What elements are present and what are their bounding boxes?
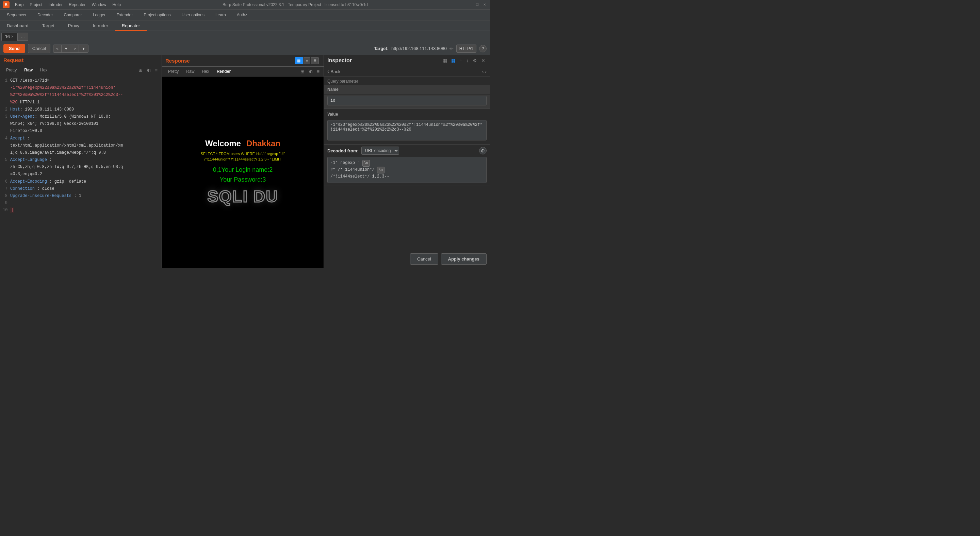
inspector-grid-icon[interactable]: ▦ xyxy=(441,57,449,64)
request-line-4b: text/html,application/xhtml+xml,applicat… xyxy=(3,142,159,149)
request-tab-hex[interactable]: Hex xyxy=(37,67,51,73)
view-grid-button[interactable]: ▦ xyxy=(295,57,303,64)
menu-window[interactable]: Window xyxy=(89,2,109,8)
nav-comparer[interactable]: Comparer xyxy=(58,10,87,20)
inspector-footer: Cancel Apply changes xyxy=(324,250,490,268)
back-label[interactable]: Back xyxy=(331,69,340,74)
response-tab-raw[interactable]: Raw xyxy=(183,68,198,75)
decoded-from-label: Decoded from: xyxy=(327,148,359,153)
newline-badge-2: \n xyxy=(377,167,385,173)
edit-target-icon[interactable]: ✏ xyxy=(450,46,453,51)
maximize-button[interactable]: ☐ xyxy=(474,2,480,8)
nav2-intruder[interactable]: Intruder xyxy=(86,21,115,31)
back-arrow-icon[interactable]: ‹ xyxy=(327,68,329,75)
view-list1-button[interactable]: ≡ xyxy=(304,57,310,64)
nav-bar-1: Sequencer Decoder Comparer Logger Extend… xyxy=(0,10,490,21)
tab-more[interactable]: ... xyxy=(18,33,28,41)
nav-project-options[interactable]: Project options xyxy=(138,10,176,20)
tab-label: 16 xyxy=(5,34,10,39)
nav-sequencer[interactable]: Sequencer xyxy=(2,10,32,20)
response-render-content: Welcome Dhakkan SELECT * FROM users WHER… xyxy=(162,76,324,268)
nav2-proxy[interactable]: Proxy xyxy=(61,21,86,31)
request-title: Request xyxy=(3,57,24,63)
request-newline-icon[interactable]: \n xyxy=(145,67,152,73)
request-tab-pretty[interactable]: Pretty xyxy=(3,67,20,73)
request-panel: Request Pretty Raw Hex ⊞ \n ≡ 1GET /Less… xyxy=(0,55,162,268)
request-line-5c: =0.3,en;q=0.2 xyxy=(3,171,159,178)
nav-decoder[interactable]: Decoder xyxy=(32,10,58,20)
response-tab-render[interactable]: Render xyxy=(213,68,234,75)
request-line-4: 4Accept : xyxy=(3,135,159,142)
name-input[interactable] xyxy=(327,96,487,105)
request-line-4c: l;q=0.9,image/avif,image/webp,*/*;q=0.8 xyxy=(3,149,159,157)
sql-query-line2: /*!11444union*/ /*!11444select*/ 1,2,3--… xyxy=(200,157,285,162)
request-menu-icon[interactable]: ≡ xyxy=(153,67,159,73)
tab-16[interactable]: 16 ✕ xyxy=(2,33,18,41)
inspector-sort-desc-icon[interactable]: ↓ xyxy=(465,57,470,64)
nav2-dashboard[interactable]: Dashboard xyxy=(0,21,35,31)
cancel-button[interactable]: Cancel xyxy=(28,44,50,53)
nav-prev-button[interactable]: < xyxy=(53,45,61,52)
menu-bar: Burp Project Intruder Repeater Window He… xyxy=(12,2,124,8)
request-line-5: 5Accept-Language : xyxy=(3,157,159,163)
request-line-3: 3User-Agent: Mozilla/5.0 (Windows NT 10.… xyxy=(3,113,159,121)
inspector-settings-icon[interactable]: ⚙ xyxy=(471,57,479,64)
request-line-9: 9 xyxy=(3,200,159,207)
http-version-button[interactable]: HTTP/1 xyxy=(456,44,476,53)
app-title: Burp Suite Professional v2022.3.1 - Temp… xyxy=(124,2,467,7)
nav-next-button[interactable]: > xyxy=(71,45,79,52)
footer-apply-button[interactable]: Apply changes xyxy=(441,254,487,265)
nav-logger[interactable]: Logger xyxy=(88,10,111,20)
nav-next-arrow-button[interactable]: ▼ xyxy=(79,45,88,52)
menu-intruder[interactable]: Intruder xyxy=(46,2,65,8)
menu-project[interactable]: Project xyxy=(27,2,45,8)
menu-burp[interactable]: Burp xyxy=(12,2,26,8)
request-tab-raw[interactable]: Raw xyxy=(21,67,36,73)
request-line-3b: Win64; x64; rv:109.0) Gecko/20100101 xyxy=(3,121,159,128)
tab-bar: 16 ✕ ... xyxy=(0,31,490,42)
minimize-button[interactable]: — xyxy=(467,2,472,8)
value-field-label: Value xyxy=(327,112,487,117)
footer-cancel-button[interactable]: Cancel xyxy=(410,254,438,265)
view-list2-button[interactable]: ≣ xyxy=(311,57,319,64)
request-line-6: 6Accept-Encoding : gzip, deflate xyxy=(3,178,159,186)
tab-close-icon[interactable]: ✕ xyxy=(11,35,14,38)
response-tab-hex[interactable]: Hex xyxy=(198,68,212,75)
login-name: 0,1Your Login name:2 xyxy=(213,165,272,175)
request-line-7: 7Connection : close xyxy=(3,186,159,192)
menu-help[interactable]: Help xyxy=(110,2,124,8)
response-view-toggle: ▦ ≡ ≣ xyxy=(295,57,319,64)
value-textarea[interactable]: -1'%20regexp%20%22%0a%23%22%20%2f*!11444… xyxy=(327,120,487,140)
nav2-target[interactable]: Target xyxy=(35,21,61,31)
add-encoding-button[interactable]: ⊕ xyxy=(479,147,487,154)
nav-extender[interactable]: Extender xyxy=(111,10,138,20)
request-format-icon[interactable]: ⊞ xyxy=(137,67,144,73)
response-panel-header: Response ▦ ≡ ≣ xyxy=(162,55,324,67)
nav-user-options[interactable]: User options xyxy=(176,10,210,20)
password: Your Password:3 xyxy=(213,175,272,185)
response-tab-pretty[interactable]: Pretty xyxy=(165,68,182,75)
nav2-repeater[interactable]: Repeater xyxy=(115,21,147,31)
response-format-icon[interactable]: ⊞ xyxy=(299,68,306,75)
inspector-list-icon[interactable]: ▦ xyxy=(450,57,457,64)
encoding-select[interactable]: URL encoding xyxy=(361,147,399,155)
request-line-10: 10| xyxy=(3,207,159,214)
close-button[interactable]: ✕ xyxy=(482,2,487,8)
nav-authz[interactable]: Authz xyxy=(231,10,253,20)
back-nav: ‹ Back ‹ › xyxy=(324,66,490,77)
nav-learn[interactable]: Learn xyxy=(210,10,231,20)
inspector-close-icon[interactable]: ✕ xyxy=(480,57,487,64)
response-menu-icon[interactable]: ≡ xyxy=(315,68,321,75)
nav-back-icon[interactable]: ‹ xyxy=(482,69,484,74)
send-button[interactable]: Send xyxy=(3,44,25,53)
inspector-sort-asc-icon[interactable]: ↑ xyxy=(458,57,463,64)
nav-prev-arrow-button[interactable]: ▼ xyxy=(62,45,71,52)
response-newline-icon[interactable]: \n xyxy=(307,68,314,75)
window-controls: — ☐ ✕ xyxy=(467,2,487,8)
help-button[interactable]: ? xyxy=(479,45,487,52)
nav-forward-icon[interactable]: › xyxy=(485,69,487,74)
nav-buttons: < ▼ > ▼ xyxy=(53,44,89,53)
value-field-section: Value xyxy=(324,110,490,119)
menu-repeater[interactable]: Repeater xyxy=(66,2,88,8)
decoded-value: -1' regexp " \n #" /*!11444union*/ \n /*… xyxy=(327,157,487,183)
